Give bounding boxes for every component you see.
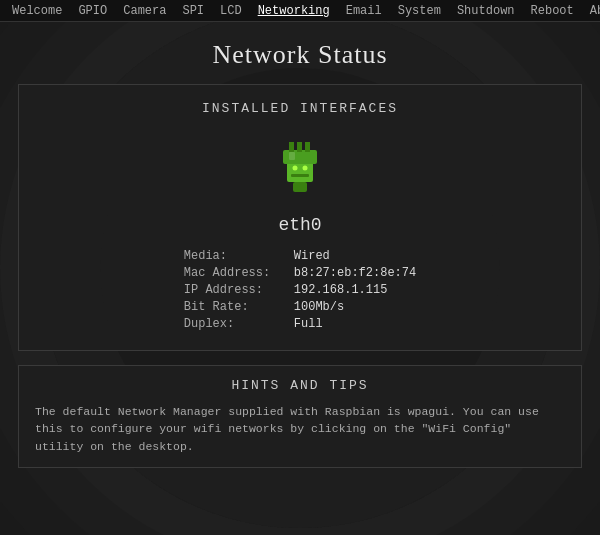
interfaces-card-title: INSTALLED INTERFACES	[35, 101, 565, 116]
hints-section: HINTS AND TIPS The default Network Manag…	[18, 365, 582, 468]
svg-rect-5	[293, 182, 307, 192]
nav-email[interactable]: Email	[338, 2, 390, 20]
svg-rect-9	[289, 152, 295, 160]
svg-point-6	[293, 166, 298, 171]
svg-point-7	[303, 166, 308, 171]
nav-reboot[interactable]: Reboot	[523, 2, 582, 20]
detail-duplex: Duplex: Full	[184, 317, 416, 331]
svg-rect-2	[289, 142, 294, 152]
nav-shutdown[interactable]: Shutdown	[449, 2, 523, 20]
ip-value: 192.168.1.115	[294, 283, 388, 297]
nav-gpio[interactable]: GPIO	[70, 2, 115, 20]
nav-lcd[interactable]: LCD	[212, 2, 250, 20]
detail-ip: IP Address: 192.168.1.115	[184, 283, 416, 297]
nav-about[interactable]: About	[582, 2, 600, 20]
nav-networking[interactable]: Networking	[250, 2, 338, 20]
mac-label: Mac Address:	[184, 266, 294, 280]
svg-rect-1	[283, 150, 317, 164]
bitrate-value: 100Mb/s	[294, 300, 344, 314]
ip-label: IP Address:	[184, 283, 294, 297]
interface-item: eth0 Media: Wired Mac Address: b8:27:eb:…	[35, 130, 565, 334]
duplex-value: Full	[294, 317, 323, 331]
bitrate-label: Bit Rate:	[184, 300, 294, 314]
svg-rect-8	[291, 174, 309, 177]
page-title: Network Status	[0, 22, 600, 84]
mac-value: b8:27:eb:f2:8e:74	[294, 266, 416, 280]
detail-media: Media: Wired	[184, 249, 416, 263]
interface-name: eth0	[35, 215, 565, 235]
hints-text: The default Network Manager supplied wit…	[35, 403, 565, 455]
interfaces-card: INSTALLED INTERFACES	[18, 84, 582, 351]
nav-spi[interactable]: SPI	[174, 2, 212, 20]
navigation: Welcome GPIO Camera SPI LCD Networking E…	[0, 0, 600, 22]
svg-rect-4	[305, 142, 310, 152]
nav-camera[interactable]: Camera	[115, 2, 174, 20]
detail-mac: Mac Address: b8:27:eb:f2:8e:74	[184, 266, 416, 280]
interface-details: Media: Wired Mac Address: b8:27:eb:f2:8e…	[184, 249, 416, 334]
nav-system[interactable]: System	[390, 2, 449, 20]
svg-rect-3	[297, 142, 302, 152]
media-label: Media:	[184, 249, 294, 263]
ethernet-icon	[265, 130, 335, 205]
main-content: INSTALLED INTERFACES	[0, 84, 600, 468]
detail-bitrate: Bit Rate: 100Mb/s	[184, 300, 416, 314]
hints-title: HINTS AND TIPS	[35, 378, 565, 393]
duplex-label: Duplex:	[184, 317, 294, 331]
media-value: Wired	[294, 249, 330, 263]
nav-welcome[interactable]: Welcome	[4, 2, 70, 20]
